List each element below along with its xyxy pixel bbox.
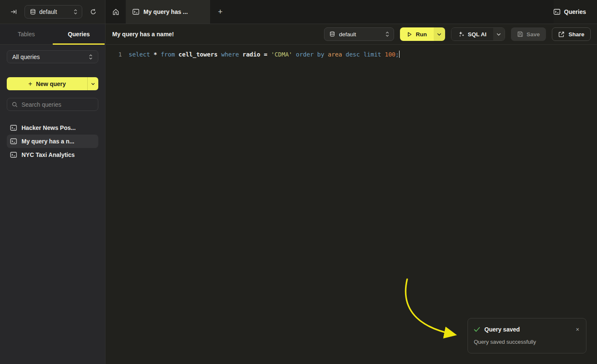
save-button[interactable]: Save [511,27,546,41]
collapse-sidebar-button[interactable] [8,6,19,18]
query-toolbar: default Run [324,27,591,41]
queries-label: Queries [564,8,586,15]
sql-ai-button-label: SQL AI [468,31,486,38]
query-terminal-icon [10,152,17,158]
run-options-button[interactable] [434,27,445,41]
database-selector[interactable]: default [24,5,82,19]
sql-token-keyword: limit [363,51,385,58]
sql-token-keyword: from [161,51,178,58]
run-button-label: Run [416,31,427,38]
text-cursor [399,51,400,58]
home-icon [112,8,119,16]
sql-token-number: 100 [385,51,395,58]
refresh-button[interactable] [87,6,99,18]
queries-terminal-icon [554,9,560,15]
query-terminal-icon [10,125,17,131]
query-list-item-label: NYC Taxi Analytics [22,151,75,158]
sql-ai-button-group: SQL AI [451,27,505,41]
topbar-left-section: default [0,0,105,24]
sidebar-tab-tables[interactable]: Tables [0,24,53,44]
sidebar-tab-queries-label: Queries [68,31,90,38]
line-number: 1 [106,50,122,59]
toast-title: Query saved [484,326,571,333]
query-header: My query has a name! default [105,24,597,45]
check-icon [474,327,480,332]
toolbar-database-selector[interactable]: default [324,27,394,41]
run-button[interactable]: Run [400,27,433,41]
toast-message: Query saved successfully [474,339,580,345]
updown-chevron-icon [73,9,78,15]
search-icon [12,102,18,108]
run-button-group: Run [400,27,445,41]
sql-token-identifier: * [154,51,161,58]
sql-ai-button[interactable]: SQL AI [451,28,493,40]
sql-token-keyword: select [129,51,154,58]
search-queries-input[interactable] [22,101,98,108]
query-terminal-icon [132,9,139,15]
sql-token-keyword: desc [346,51,363,58]
top-bar: default [0,0,597,24]
sql-token-identifier: cell_towers [178,51,221,58]
sql-token-identifier: radio [243,51,264,58]
save-icon [517,31,523,37]
share-button[interactable]: Share [552,27,591,41]
tab-strip: My query has ... + [105,0,554,24]
share-icon [558,31,565,38]
query-list-item-my-query[interactable]: My query has a n... [7,135,98,148]
code-line-1[interactable]: 1 select * from cell_towers where radio … [106,45,597,59]
new-tab-button[interactable]: + [210,0,230,24]
share-button-label: Share [568,31,584,38]
collapse-sidebar-icon [10,8,17,15]
query-list: Hacker News Pos... My query has a n... N… [7,121,98,162]
query-list-item-nyc-taxi[interactable]: NYC Taxi Analytics [7,148,98,162]
save-button-label: Save [527,31,540,38]
toast-query-saved: Query saved × Query saved successfully [467,318,586,353]
database-icon [330,31,335,37]
sql-token-keyword: where [221,51,243,58]
toolbar-database-value: default [339,31,381,38]
sql-editor[interactable]: 1 select * from cell_towers where radio … [106,45,597,364]
sql-token-semicolon: ; [395,51,399,58]
chevron-down-icon [437,33,441,36]
chevron-down-icon [91,83,95,85]
play-icon [407,32,412,37]
home-button[interactable] [105,0,126,24]
query-list-item-hacker-news[interactable]: Hacker News Pos... [7,121,98,135]
updown-chevron-icon [89,54,93,60]
sql-token-operator: = [264,51,271,58]
query-list-item-label: Hacker News Pos... [22,124,76,131]
close-icon: × [576,326,579,333]
new-query-button-group: + New query [7,77,98,90]
chevron-down-icon [497,33,501,36]
tab-label: My query has ... [143,8,188,15]
page-title: My query has a name! [112,31,319,38]
query-filter-value: All queries [12,54,89,60]
sidebar-tabs: Tables Queries [0,24,105,45]
query-filter-selector[interactable]: All queries [7,50,98,63]
database-icon [30,9,36,15]
sidebar: All queries + New query [0,45,105,364]
new-query-options-button[interactable] [87,77,98,90]
refresh-icon [90,8,97,15]
new-query-button-label: New query [36,81,66,87]
sql-code-line: select * from cell_towers where radio = … [129,50,400,59]
sql-token-string: 'CDMA' [271,51,296,58]
updown-chevron-icon [385,31,389,37]
search-queries-box [7,98,98,111]
second-row: Tables Queries My query has a name! defa… [0,24,597,45]
sql-ai-options-button[interactable] [493,28,505,40]
new-query-button[interactable]: + New query [7,77,87,90]
tab-my-query[interactable]: My query has ... [126,0,210,24]
plus-icon: + [28,80,32,88]
toast-close-button[interactable]: × [575,326,580,333]
query-list-item-label: My query has a n... [22,138,74,145]
app-window: default [0,0,597,364]
sidebar-tab-tables-label: Tables [18,31,35,38]
toast-header: Query saved × [474,326,580,333]
sql-token-builtin: area [328,51,346,58]
query-terminal-icon [10,138,17,144]
sidebar-tab-queries[interactable]: Queries [53,24,105,44]
topbar-right-section[interactable]: Queries [554,8,597,15]
sparkles-icon [458,31,465,38]
database-selector-value: default [39,8,57,15]
